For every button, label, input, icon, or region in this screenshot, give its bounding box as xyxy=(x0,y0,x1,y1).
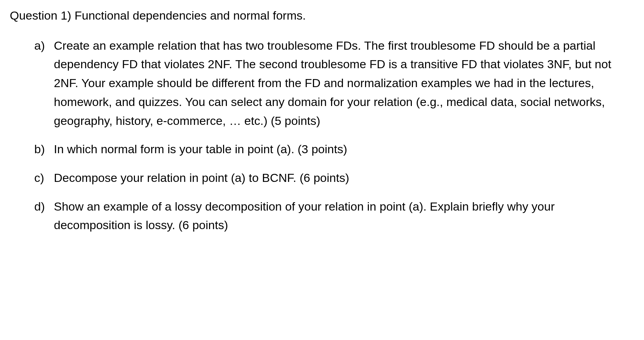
subpart-marker: a) xyxy=(34,36,54,55)
subpart-marker: c) xyxy=(34,169,54,187)
subpart-a: a) Create an example relation that has t… xyxy=(34,36,634,130)
subpart-marker: b) xyxy=(34,140,54,159)
subpart-marker: d) xyxy=(34,197,54,216)
subpart-body: Show an example of a lossy decomposition… xyxy=(54,197,634,235)
subparts-list: a) Create an example relation that has t… xyxy=(10,36,634,235)
subpart-body: Decompose your relation in point (a) to … xyxy=(54,169,634,187)
subpart-b: b) In which normal form is your table in… xyxy=(34,140,634,159)
document-page: Question 1) Functional dependencies and … xyxy=(0,0,644,251)
subpart-c: c) Decompose your relation in point (a) … xyxy=(34,169,634,187)
subpart-d: d) Show an example of a lossy decomposit… xyxy=(34,197,634,235)
subpart-body: In which normal form is your table in po… xyxy=(54,140,634,159)
question-title: Question 1) Functional dependencies and … xyxy=(10,6,634,25)
subpart-body: Create an example relation that has two … xyxy=(54,36,634,130)
